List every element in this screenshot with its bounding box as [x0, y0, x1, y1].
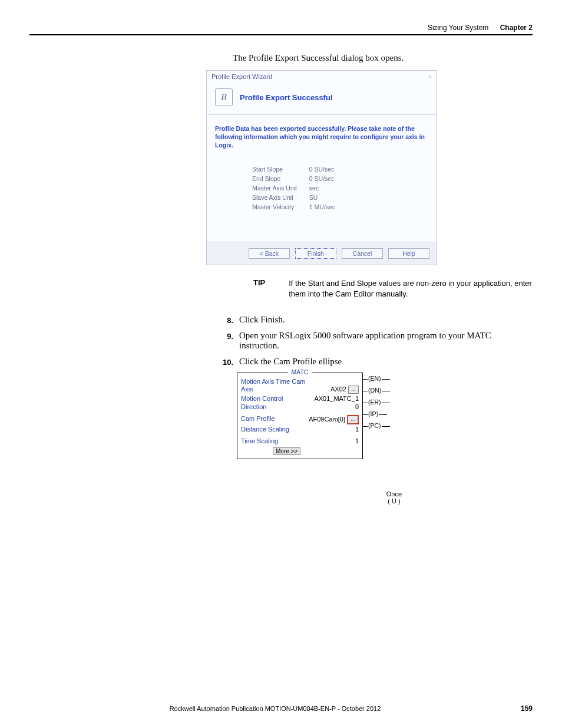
step-number: 9.	[217, 331, 233, 351]
table-row: End Slope0 SU/sec	[252, 174, 336, 183]
axis-value: AX02	[330, 386, 346, 393]
help-button[interactable]: Help	[388, 248, 429, 259]
back-button[interactable]: < Back	[249, 248, 290, 259]
instruction-title: MATC	[241, 368, 359, 375]
table-row: Start Slope0 SU/sec	[252, 165, 336, 173]
en-output: (EN)	[368, 375, 381, 382]
table-row: Slave Axis UnitSU	[252, 193, 336, 202]
table-row: Master Velocity1 MU/sec	[252, 203, 336, 211]
dialog-banner-title: Profile Export Successful	[240, 93, 333, 102]
step-text: Click the Cam Profile ellipse	[239, 357, 533, 367]
step-text: Open your RSLogix 5000 software applicat…	[239, 331, 533, 351]
ip-output: (IP)	[368, 410, 378, 417]
motion-control-value: AX01_MATC_1	[314, 395, 359, 402]
page-footer: Rockwell Automation Publication MOTION-U…	[29, 704, 533, 713]
once-coil: Once ( U )	[386, 490, 402, 505]
distance-scaling-value: 1	[355, 426, 359, 433]
output-tags: (EN) (DN) (ER) (IP) (PC)	[359, 370, 390, 434]
dialog-banner: B Profile Export Successful	[207, 83, 437, 115]
export-info-table: Start Slope0 SU/sec End Slope0 SU/sec Ma…	[250, 164, 337, 212]
step-number: 10.	[217, 357, 233, 367]
motion-control-label: Motion Control	[241, 395, 283, 402]
er-output: (ER)	[368, 398, 381, 406]
cam-profile-value: AF09Cam[0]	[309, 416, 345, 423]
tip-block: TIP If the Start and End Slope values ar…	[253, 278, 533, 299]
time-scaling-value: 1	[355, 437, 359, 444]
table-row: Master Axis Unitsec	[252, 184, 336, 192]
intro-text: The Profile Export Successful dialog box…	[233, 53, 533, 63]
step-number: 8.	[217, 315, 233, 325]
distance-scaling-label: Distance Scaling	[241, 426, 289, 433]
step-8: 8. Click Finish.	[217, 315, 533, 325]
direction-label: Direction	[241, 403, 266, 410]
pc-output: (PC)	[368, 422, 381, 429]
cam-profile-ellipsis-button[interactable]: ...	[347, 415, 359, 424]
cancel-button[interactable]: Cancel	[342, 248, 383, 259]
close-icon[interactable]: ×	[428, 73, 432, 80]
instruction-desc: Motion Axis Time Cam	[241, 378, 359, 385]
step-9: 9. Open your RSLogix 5000 software appli…	[217, 331, 533, 351]
dn-output: (DN)	[368, 387, 381, 394]
wizard-icon: B	[215, 88, 233, 106]
dialog-titlebar: Profile Export Wizard ×	[207, 71, 437, 83]
axis-ellipsis-button[interactable]: ...	[348, 386, 359, 394]
profile-export-dialog: Profile Export Wizard × B Profile Export…	[206, 70, 437, 265]
footer-publication: Rockwell Automation Publication MOTION-U…	[29, 705, 521, 712]
tip-label: TIP	[253, 278, 265, 299]
tip-text: If the Start and End Slope values are no…	[289, 278, 533, 299]
more-button[interactable]: More >>	[273, 447, 300, 455]
step-10: 10. Click the Cam Profile ellipse	[217, 357, 533, 367]
step-text: Click Finish.	[239, 315, 533, 325]
time-scaling-label: Time Scaling	[241, 437, 278, 444]
page-header: Sizing Your System Chapter 2	[29, 24, 533, 35]
axis-label: Axis	[241, 386, 253, 394]
header-section: Sizing Your System	[428, 24, 488, 32]
dialog-button-bar: < Back Finish Cancel Help	[207, 242, 437, 265]
dialog-window-title: Profile Export Wizard	[211, 73, 272, 80]
finish-button[interactable]: Finish	[295, 248, 336, 259]
dialog-message: Profile Data has been exported successfu…	[215, 124, 428, 150]
header-chapter: Chapter 2	[500, 24, 533, 32]
footer-page-number: 159	[521, 704, 533, 713]
matc-instruction-block: MATC Motion Axis Time Cam Axis AX02 ... …	[213, 373, 402, 459]
cam-profile-label: Cam Profile	[241, 415, 275, 424]
direction-value: 0	[355, 403, 359, 410]
